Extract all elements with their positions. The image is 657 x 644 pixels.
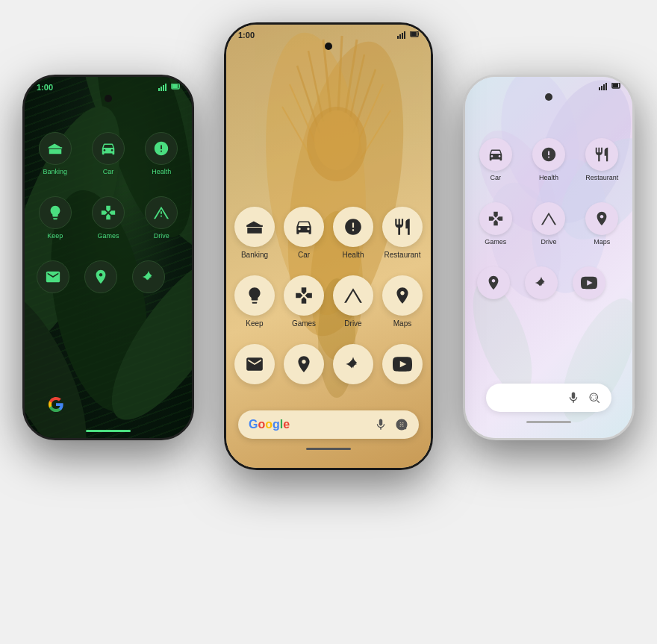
svg-rect-48 [601,86,602,90]
left-nav-line [86,430,131,432]
right-app-games[interactable]: Games [479,202,512,246]
center-camera [226,43,431,50]
center-app-maps[interactable]: Maps [382,275,423,328]
right-app-maps2[interactable] [477,266,510,299]
right-app-pinwheel[interactable] [525,266,558,299]
svg-rect-7 [161,87,162,91]
google-logo: Google [249,418,290,431]
scene: 1:00 Banking [0,0,657,644]
center-app-restaurant[interactable]: Restaurant [382,207,423,259]
right-signal [599,83,620,90]
svg-rect-49 [603,84,605,90]
left-signal [158,84,180,91]
left-camera [25,95,192,102]
svg-rect-32 [402,33,403,39]
svg-rect-6 [158,88,160,91]
center-search-bar[interactable]: Google [238,410,419,439]
center-app-banking[interactable]: Banking [234,207,275,259]
center-time: 1:00 [238,31,255,40]
phone-center: 1:00 Banking [224,22,433,470]
svg-rect-30 [397,36,399,39]
svg-rect-9 [165,84,166,91]
left-app-pinwheel[interactable] [132,260,165,293]
right-app-restaurant[interactable]: Restaurant [585,138,618,181]
center-signal [397,31,419,39]
svg-point-54 [590,393,598,401]
center-nav-line [306,448,351,450]
svg-rect-52 [613,84,618,87]
svg-rect-50 [605,83,607,90]
center-app-gmail[interactable] [234,344,275,384]
right-camera [465,93,632,101]
left-time: 1:00 [37,83,53,92]
right-app-drive[interactable]: Drive [532,202,565,246]
right-app-maps[interactable]: Maps [585,202,618,246]
center-app-pinwheel[interactable] [333,344,374,384]
center-app-maps2[interactable] [284,344,325,384]
svg-rect-35 [411,32,417,36]
left-app-health[interactable]: Health [145,132,178,175]
left-status-bar: 1:00 [25,77,192,95]
center-app-youtube[interactable] [382,344,423,384]
left-app-gmail[interactable] [37,260,69,293]
phone-right: Car Health Restaurant [463,75,635,440]
svg-rect-8 [163,85,164,91]
svg-rect-47 [599,87,600,90]
svg-line-55 [597,401,600,403]
svg-rect-53 [620,84,620,87]
center-app-keep[interactable]: Keep [234,275,275,328]
center-app-car[interactable]: Car [284,207,325,259]
right-search-bar[interactable] [486,384,611,412]
right-search-icons [567,391,601,404]
svg-rect-11 [172,84,178,88]
svg-rect-12 [179,85,180,87]
right-app-health[interactable]: Health [532,138,565,181]
right-app-car[interactable]: Car [479,138,512,181]
center-status-bar: 1:00 [226,25,431,43]
svg-point-56 [591,395,596,399]
left-app-drive[interactable]: Drive [145,196,178,240]
svg-rect-31 [399,34,401,39]
center-app-games[interactable]: Games [284,275,325,328]
phone-left: 1:00 Banking [22,75,194,440]
left-app-games[interactable]: Games [92,196,125,240]
right-nav-line [526,421,571,423]
svg-rect-33 [404,31,405,39]
search-mic-lens [374,418,408,431]
left-app-maps[interactable] [84,260,117,293]
svg-rect-36 [418,33,419,35]
right-app-youtube[interactable] [573,266,605,299]
left-app-keep[interactable]: Keep [39,196,72,240]
center-app-health[interactable]: Health [333,207,374,259]
center-app-drive[interactable]: Drive [333,275,374,328]
left-app-banking[interactable]: Banking [39,132,72,175]
left-google-icon[interactable] [40,388,177,421]
left-app-car[interactable]: Car [92,132,125,175]
right-status-bar [465,77,632,93]
